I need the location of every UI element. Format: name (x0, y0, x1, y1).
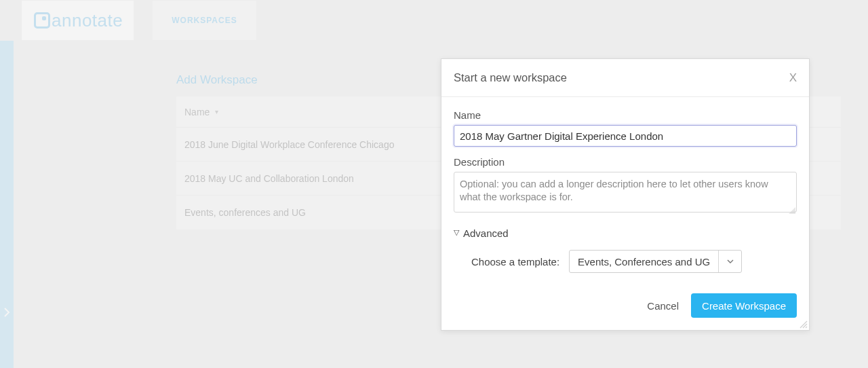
advanced-toggle[interactable]: ▽ Advanced (454, 227, 797, 239)
cancel-button[interactable]: Cancel (647, 300, 679, 312)
name-field-label: Name (454, 109, 797, 121)
modal-resize-grip-icon[interactable] (798, 319, 808, 329)
triangle-down-icon: ▽ (454, 228, 459, 237)
advanced-label: Advanced (463, 227, 509, 239)
svg-line-2 (806, 327, 807, 328)
close-button[interactable]: X (789, 71, 797, 85)
close-icon: X (789, 71, 797, 84)
description-wrap (454, 172, 797, 215)
description-input[interactable] (454, 172, 797, 213)
template-selected-value: Events, Conferences and UG (570, 251, 718, 272)
new-workspace-modal: Start a new workspace X Name Description… (441, 58, 810, 331)
cancel-label: Cancel (647, 300, 679, 312)
modal-body: Name Description ▽ Advanced Choose a tem… (441, 97, 809, 285)
description-field-label: Description (454, 156, 797, 168)
template-row: Choose a template: Events, Conferences a… (471, 250, 797, 273)
template-label: Choose a template: (471, 256, 559, 268)
modal-title: Start a new workspace (454, 71, 567, 84)
create-label: Create Workspace (702, 300, 786, 312)
select-dropdown-button[interactable] (718, 251, 741, 272)
modal-footer: Cancel Create Workspace (441, 285, 809, 330)
name-input[interactable] (454, 125, 797, 147)
modal-header: Start a new workspace X (441, 59, 809, 97)
template-select[interactable]: Events, Conferences and UG (569, 250, 742, 273)
app-root: annotate WORKSPACES Add Workspace Name ▾… (0, 0, 868, 368)
chevron-down-icon (727, 259, 734, 263)
create-workspace-button[interactable]: Create Workspace (691, 293, 797, 318)
